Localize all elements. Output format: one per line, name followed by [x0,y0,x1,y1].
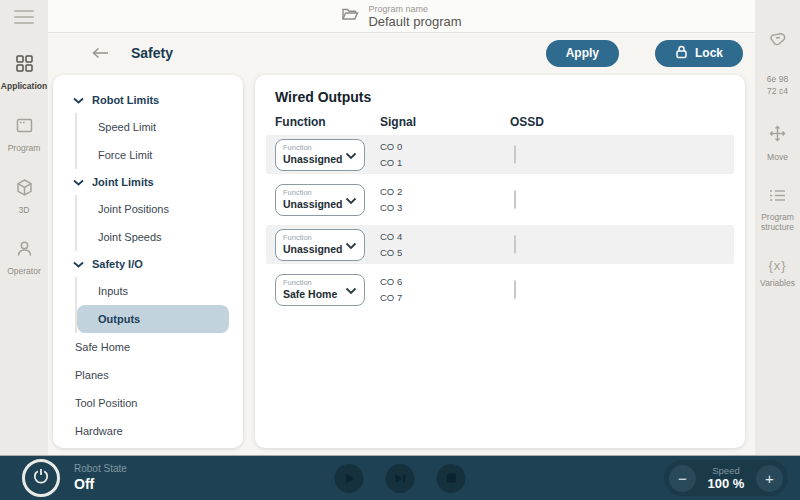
ossd-checkbox[interactable] [514,145,516,164]
speed-readout: Speed 100 % [702,465,750,492]
power-button[interactable] [22,459,60,497]
stop-icon [445,472,457,484]
chevron-down-icon [345,281,357,299]
table-row: Function Safe Home CO 6 CO 7 [266,270,734,309]
tree-item-three-position[interactable]: Three Position [65,445,231,448]
left-sidebar: Application Program 3D Operator [0,0,48,455]
window-icon [15,116,34,139]
power-icon [32,467,50,489]
ossd-checkbox[interactable] [514,235,516,254]
ossd-checkbox[interactable] [514,190,516,209]
sidebar-item-move[interactable]: Move [755,124,800,162]
column-header-ossd: OSSD [510,115,725,129]
sidebar-item-3d[interactable]: 3D [0,178,48,216]
chevron-down-icon [73,94,84,106]
person-icon [15,239,34,262]
speed-label: Speed [702,465,750,476]
function-dropdown[interactable]: Function Unassigned [275,229,365,261]
table-row: Function Unassigned CO 0 CO 1 [266,135,734,174]
tree-item-hardware[interactable]: Hardware [65,417,231,445]
column-header-function: Function [275,115,380,129]
hand-gesture-icon[interactable] [755,30,800,48]
panel-title: Wired Outputs [275,89,725,105]
speed-increase-button[interactable]: + [756,465,783,492]
step-forward-icon [394,472,407,485]
speed-decrease-button[interactable]: − [669,465,696,492]
signal-cell: CO 2 CO 3 [380,186,510,213]
chevron-down-icon [73,258,84,270]
tree-item-speed-limit[interactable]: Speed Limit [77,113,231,141]
grid-icon [15,54,34,77]
list-icon [768,188,787,207]
play-button[interactable] [335,464,364,493]
robot-state: Robot State Off [74,463,127,493]
tree-item-joint-positions[interactable]: Joint Positions [77,195,231,223]
tree-item-joint-speeds[interactable]: Joint Speeds [77,223,231,251]
hamburger-menu-icon[interactable] [14,10,34,24]
tree-item-force-limit[interactable]: Force Limit [77,141,231,169]
move-arrows-icon [768,124,787,147]
chevron-down-icon [345,191,357,209]
signal-cell: CO 6 CO 7 [380,276,510,303]
lock-icon [675,45,688,62]
robot-state-label: Robot State [74,463,127,476]
sidebar-item-program[interactable]: Program [0,116,48,154]
ossd-checkbox[interactable] [514,280,516,299]
signal-cell: CO 0 CO 1 [380,141,510,168]
speed-control: − Speed 100 % + [664,460,788,496]
table-row: Function Unassigned CO 2 CO 3 [266,180,734,219]
cube-icon [15,178,34,201]
tree-item-joint-limits[interactable]: Joint Limits [65,169,231,195]
robot-state-value: Off [74,476,127,494]
play-icon [343,472,356,485]
sidebar-item-label: Program [8,144,41,154]
safety-nav-panel: Robot Limits Speed Limit Force Limit Joi… [53,75,243,448]
program-name-value: Default program [368,14,461,29]
tree-item-safe-home[interactable]: Safe Home [65,333,231,361]
tree-item-safety-io[interactable]: Safety I/O [65,251,231,277]
function-dropdown[interactable]: Function Safe Home [275,274,365,306]
main-area: Program name Default program Safety Appl… [48,0,755,455]
bottom-control-bar: Robot State Off − Speed 100 % + [0,455,800,500]
step-forward-button[interactable] [386,464,415,493]
table-header: Function Signal OSSD [275,115,725,129]
variables-icon: {x} [768,258,786,273]
table-row: Function Unassigned CO 4 CO 5 [266,225,734,264]
sidebar-item-operator[interactable]: Operator [0,239,48,277]
sidebar-item-label: 3D [19,206,30,216]
function-dropdown[interactable]: Function Unassigned [275,184,365,216]
chevron-down-icon [345,236,357,254]
controller-id-code: 6e 98 72 c4 [767,74,788,98]
function-dropdown[interactable]: Function Unassigned [275,139,365,171]
tree-item-inputs[interactable]: Inputs [77,277,231,305]
sidebar-item-label: Operator [7,267,41,277]
wired-outputs-panel: Wired Outputs Function Signal OSSD Funct… [255,75,745,448]
folder-icon [341,6,359,26]
app-window: Application Program 3D Operator [0,0,800,500]
top-bar: Program name Default program [48,0,755,33]
lock-button[interactable]: Lock [655,40,743,67]
signal-cell: CO 4 CO 5 [380,231,510,258]
tree-item-tool-position[interactable]: Tool Position [65,389,231,417]
program-name-label: Program name [368,4,461,14]
sidebar-item-label: Application [1,82,47,92]
chevron-down-icon [73,176,84,188]
page-header: Safety Apply Lock [48,33,755,73]
back-button[interactable] [92,47,109,59]
transport-controls [335,464,466,493]
speed-value: 100 % [702,476,750,492]
tree-item-planes[interactable]: Planes [65,361,231,389]
sidebar-item-application[interactable]: Application [0,54,48,92]
page-title: Safety [131,45,524,61]
program-info[interactable]: Program name Default program [341,4,461,29]
content-cards: Robot Limits Speed Limit Force Limit Joi… [48,73,755,455]
sidebar-item-variables[interactable]: {x} Variables [755,258,800,288]
tree-item-robot-limits[interactable]: Robot Limits [65,87,231,113]
tree-item-outputs[interactable]: Outputs [77,305,229,333]
sidebar-item-program-structure[interactable]: Program structure [755,188,800,232]
column-header-signal: Signal [380,115,510,129]
chevron-down-icon [345,146,357,164]
right-sidebar: 6e 98 72 c4 Move Program structure {x} V… [755,0,800,455]
apply-button[interactable]: Apply [546,40,619,67]
stop-button[interactable] [437,464,466,493]
